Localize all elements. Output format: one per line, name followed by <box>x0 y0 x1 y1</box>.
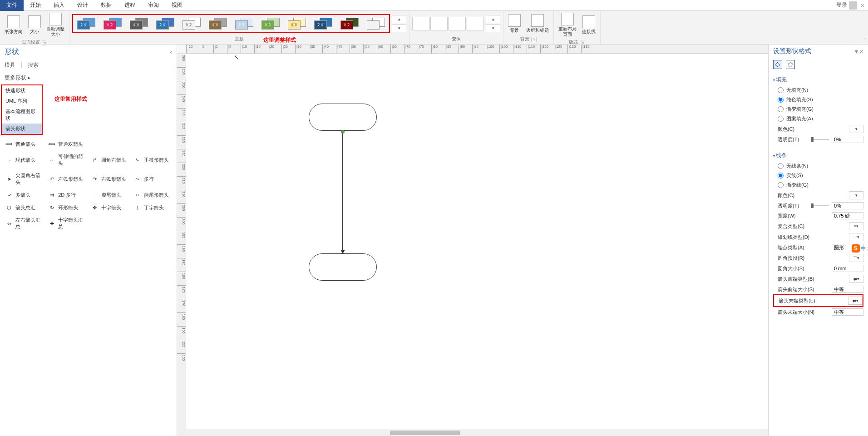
collapse-shapes-icon[interactable]: ‹ <box>170 49 172 56</box>
variant-1[interactable] <box>412 17 429 30</box>
orientation-button[interactable]: 纸张方向 <box>2 15 25 35</box>
line-transparency-input[interactable] <box>832 202 863 209</box>
theme-item-7[interactable]: 文文 <box>258 15 283 32</box>
background-button[interactable]: 背景 <box>505 13 523 34</box>
theme-item-8[interactable]: 文文 <box>284 15 310 32</box>
line-width-input[interactable] <box>832 212 863 219</box>
shape-14[interactable]: ⤑虚尾箭头 <box>89 189 130 200</box>
flowchart-terminator-1[interactable] <box>309 104 377 131</box>
shape-8[interactable]: ➤尖圆角右箭头 <box>4 170 44 188</box>
fill-transparency-slider[interactable] <box>811 139 829 140</box>
fill-pattern-radio[interactable] <box>778 116 784 122</box>
theme-down[interactable]: ▾ <box>392 24 406 32</box>
theme-item-5[interactable]: 文文 <box>205 15 231 32</box>
shape-4[interactable]: →现代箭头 <box>4 151 44 168</box>
variant-gallery[interactable] <box>411 15 485 32</box>
tab-stencil[interactable]: 模具 <box>5 61 15 69</box>
tab-process[interactable]: 进程 <box>118 0 142 11</box>
line-none-radio[interactable] <box>778 163 784 169</box>
shape-5[interactable]: ↔可伸缩的箭头 <box>46 151 87 168</box>
tab-insert[interactable]: 插入 <box>47 0 71 11</box>
shape-7[interactable]: ⤷手杖形箭头 <box>132 151 173 168</box>
shape-19[interactable]: ⊥丁字箭头 <box>132 202 173 213</box>
shape-12[interactable]: ⤻多箭头 <box>4 189 44 200</box>
theme-item-6[interactable]: 文文 <box>232 15 257 32</box>
tab-home[interactable]: 开始 <box>24 0 47 11</box>
compound-dropdown[interactable]: ≡▾ <box>849 222 863 230</box>
connector-button[interactable]: 连接线 <box>579 15 598 35</box>
theme-gallery[interactable]: 文文文文文文文文文文文文文文文文文文文文文文 <box>72 14 390 33</box>
variant-down[interactable]: ▾ <box>486 24 500 32</box>
fill-section-header[interactable]: 填充 <box>773 74 863 85</box>
login-area[interactable]: 登录 × <box>836 1 868 10</box>
shape-17[interactable]: ↻环形箭头 <box>46 202 87 213</box>
canvas[interactable]: ↖ <box>186 54 768 436</box>
shape-6[interactable]: ↱圆角右箭头 <box>89 151 130 168</box>
shape-10[interactable]: ↷右弧形箭头 <box>89 170 130 188</box>
end-arrow-type-dropdown[interactable]: ⇄▾ <box>848 297 863 305</box>
shape-13[interactable]: ⇉2D 多行 <box>46 189 87 200</box>
scroll-thumb[interactable] <box>390 431 460 435</box>
border-title-button[interactable]: 边框和标题 <box>523 13 552 34</box>
tab-search[interactable]: 搜索 <box>28 61 39 69</box>
fill-color-picker[interactable]: ▾ <box>849 125 863 133</box>
effects-tab-icon[interactable] <box>786 60 795 69</box>
line-transparency-slider[interactable] <box>811 205 829 206</box>
tab-file[interactable]: 文件 <box>0 0 24 11</box>
line-gradient-radio[interactable] <box>778 182 784 188</box>
line-section-header[interactable]: 线条 <box>773 150 863 161</box>
theme-item-3[interactable]: 文文 <box>153 15 178 32</box>
shape-21[interactable]: ✚十字箭头汇总 <box>46 215 87 232</box>
page-setup-launcher[interactable]: ↘ <box>42 40 47 45</box>
close-icon[interactable]: × <box>861 2 864 9</box>
theme-item-4[interactable]: 文文 <box>179 15 204 32</box>
variant-3[interactable] <box>449 17 466 30</box>
corner-dropdown[interactable]: ⌒▾ <box>849 254 863 262</box>
fill-none-radio[interactable] <box>778 87 784 93</box>
shape-1[interactable]: ⟺普通双箭头 <box>46 139 87 149</box>
theme-item-2[interactable]: 文文 <box>126 15 152 32</box>
close-pane-icon[interactable]: ▾ × <box>855 48 863 55</box>
theme-item-1[interactable]: 文文 <box>100 15 125 32</box>
corner-size-input[interactable] <box>832 265 863 272</box>
connection-handle-start[interactable] <box>341 130 345 134</box>
fill-line-tab-icon[interactable] <box>773 60 782 69</box>
variant-4[interactable] <box>467 17 484 30</box>
stencil-uml[interactable]: UML 序列 <box>2 96 42 106</box>
begin-arrow-type-dropdown[interactable]: ⇄▾ <box>849 275 863 283</box>
shape-20[interactable]: ⇔左右箭头汇总 <box>4 215 44 232</box>
more-shapes-button[interactable]: 更多形状 ▸ <box>0 71 177 84</box>
scrollbar-horizontal[interactable] <box>186 429 768 436</box>
begin-arrow-size-dropdown[interactable] <box>832 286 863 293</box>
shape-16[interactable]: ⬡箭头总汇 <box>4 202 44 213</box>
variant-2[interactable] <box>430 17 448 30</box>
tab-view[interactable]: 视图 <box>165 0 189 11</box>
line-color-picker[interactable]: ▾ <box>849 191 863 199</box>
shape-0[interactable]: ⟹普通箭头 <box>4 139 44 149</box>
tab-data[interactable]: 数据 <box>94 0 118 11</box>
theme-item-9[interactable]: 文文 <box>311 15 336 32</box>
relayout-button[interactable]: 重新布局 页面 <box>556 12 579 38</box>
tab-review[interactable]: 审阅 <box>142 0 165 11</box>
shape-15[interactable]: ➳燕尾形箭头 <box>132 189 173 200</box>
shape-18[interactable]: ✥十字箭头 <box>89 202 130 213</box>
connector-1[interactable] <box>342 131 343 253</box>
shape-9[interactable]: ↶左弧形箭头 <box>46 170 87 188</box>
autosize-button[interactable]: 自动调整 大小 <box>44 12 67 38</box>
size-button[interactable]: 大小 <box>25 15 44 35</box>
end-arrow-size-dropdown[interactable] <box>832 308 863 316</box>
shape-11[interactable]: ⤳多行 <box>132 170 173 188</box>
tab-design[interactable]: 设计 <box>71 0 94 11</box>
theme-item-10[interactable]: 文文 <box>337 15 362 32</box>
fill-solid-radio[interactable] <box>778 97 784 103</box>
stencil-quick[interactable]: 快速形状 <box>2 85 42 96</box>
theme-item-0[interactable]: 文文 <box>74 15 99 32</box>
flowchart-terminator-2[interactable] <box>309 253 377 281</box>
fill-gradient-radio[interactable] <box>778 106 784 112</box>
collapse-ribbon-icon[interactable]: ˇ <box>865 38 866 43</box>
theme-item-11[interactable] <box>363 15 389 32</box>
dash-dropdown[interactable]: ⋯▾ <box>849 233 863 241</box>
fill-transparency-input[interactable] <box>832 136 863 143</box>
theme-up[interactable]: ▴ <box>392 15 406 23</box>
line-solid-radio[interactable] <box>778 173 784 178</box>
